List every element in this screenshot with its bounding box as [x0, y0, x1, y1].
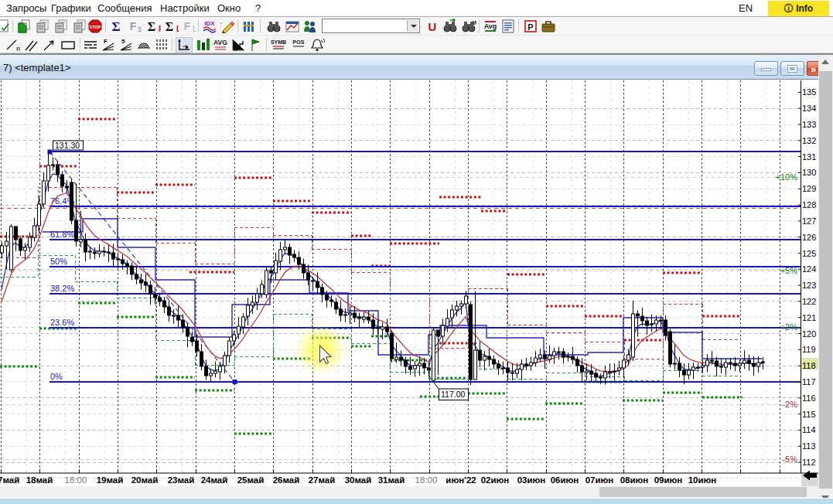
svg-text:U: U	[428, 20, 437, 33]
svg-text:SYMB: SYMB	[271, 39, 286, 45]
svg-text:Σ: Σ	[111, 19, 120, 34]
svg-text:+2%: +2%	[780, 322, 798, 332]
svg-text:июн'22: июн'22	[446, 475, 476, 485]
svg-text:+10%: +10%	[776, 172, 798, 182]
svg-text:5: 5	[121, 38, 125, 45]
svg-text:18:00: 18:00	[65, 475, 87, 485]
svg-text:125: 125	[802, 249, 816, 258]
svg-text:131: 131	[802, 152, 816, 162]
svg-text:L: L	[176, 25, 179, 33]
svg-text:130: 130	[802, 168, 816, 177]
svg-text:129: 129	[802, 184, 816, 193]
svg-text:08июн: 08июн	[620, 475, 649, 485]
svg-text:30май: 30май	[345, 475, 372, 485]
svg-text:$: $	[138, 26, 142, 33]
svg-text:-2%: -2%	[782, 400, 797, 409]
svg-text:19май: 19май	[97, 475, 124, 485]
svg-text:Σ: Σ	[166, 20, 173, 33]
svg-text:26май: 26май	[273, 475, 300, 485]
svg-text:09июн: 09июн	[654, 475, 683, 485]
svg-text:18май: 18май	[26, 475, 53, 485]
svg-text:F: F	[130, 20, 137, 32]
svg-text:Avg: Avg	[484, 22, 497, 30]
svg-text:134: 134	[802, 104, 816, 113]
svg-text:AVG: AVG	[213, 39, 227, 46]
svg-text:133: 133	[802, 120, 816, 129]
svg-text:17май: 17май	[0, 475, 19, 485]
svg-text:25май: 25май	[237, 475, 265, 485]
svg-text:114: 114	[802, 425, 816, 434]
svg-text:L: L	[193, 25, 196, 33]
svg-text:122: 122	[802, 297, 816, 306]
svg-text:02июн: 02июн	[481, 475, 510, 485]
svg-text:0%: 0%	[50, 372, 63, 381]
svg-text:124: 124	[802, 264, 816, 274]
svg-text:W: W	[473, 19, 476, 26]
svg-text:135: 135	[802, 87, 816, 97]
svg-text:06июн: 06июн	[551, 475, 579, 485]
svg-text:117: 117	[802, 377, 816, 387]
svg-text:116: 116	[802, 393, 816, 403]
svg-text:115: 115	[802, 410, 816, 419]
svg-text:10июн: 10июн	[688, 475, 717, 485]
svg-text:Σ: Σ	[148, 20, 155, 33]
svg-text:120: 120	[802, 329, 816, 339]
svg-text:P: P	[159, 25, 161, 33]
svg-text:23.6%: 23.6%	[50, 318, 74, 327]
svg-text:119: 119	[802, 345, 816, 354]
svg-text:STOP: STOP	[90, 25, 101, 29]
svg-text:128: 128	[802, 200, 816, 209]
svg-text:131.30: 131.30	[55, 141, 80, 150]
svg-text:117.00: 117.00	[441, 390, 465, 399]
svg-text:07июн: 07июн	[585, 475, 614, 485]
svg-text:27май: 27май	[309, 475, 336, 485]
svg-text:31май: 31май	[378, 475, 405, 485]
svg-text:127: 127	[802, 216, 816, 226]
svg-text:24май: 24май	[201, 475, 228, 485]
svg-text:121: 121	[802, 313, 816, 322]
svg-text:126: 126	[802, 233, 816, 242]
svg-text:113: 113	[802, 441, 816, 451]
svg-text:03июн: 03июн	[517, 475, 546, 485]
svg-text:50%: 50%	[50, 257, 67, 266]
svg-text:118: 118	[802, 361, 816, 370]
svg-text:23май: 23май	[168, 475, 195, 485]
svg-text:61.8%: 61.8%	[50, 230, 74, 239]
svg-text:R: R	[16, 46, 20, 53]
svg-text:123: 123	[802, 281, 816, 290]
svg-text:18:00: 18:00	[415, 475, 438, 485]
svg-text:112: 112	[802, 458, 816, 467]
svg-text:38.2%: 38.2%	[50, 284, 74, 293]
svg-text:132: 132	[802, 136, 816, 145]
svg-text:-5%: -5%	[782, 455, 797, 464]
svg-text:IDX: IDX	[204, 20, 215, 27]
svg-text:POS: POS	[293, 39, 305, 45]
svg-text:F: F	[104, 38, 108, 45]
svg-text:+5%: +5%	[780, 266, 798, 275]
svg-text:F: F	[184, 20, 191, 32]
svg-text:P: P	[527, 22, 533, 32]
svg-text:20май: 20май	[131, 475, 159, 485]
